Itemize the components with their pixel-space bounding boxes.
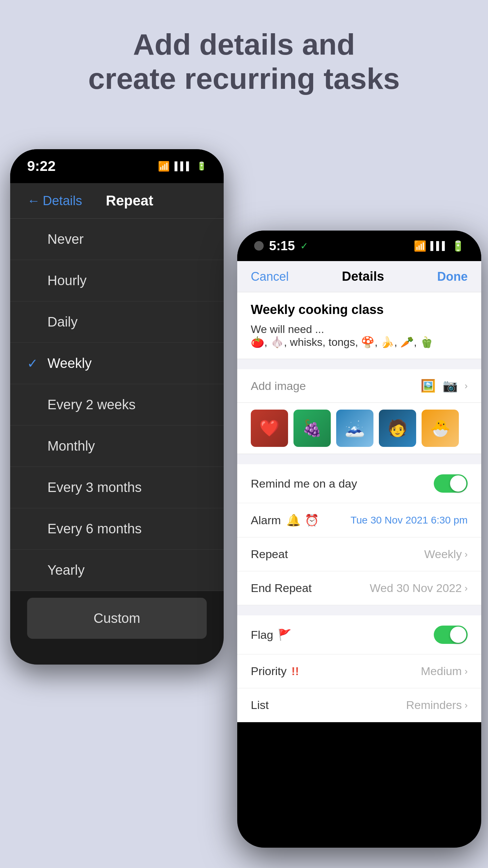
phone2-status-bar: 5:15 ✓ 📶 ▌▌▌ 🔋 <box>237 231 481 261</box>
repeat-never-label: Never <box>47 232 84 247</box>
task-title: Weekly cooking class <box>251 302 468 317</box>
flag-row[interactable]: Flag 🚩 <box>237 615 481 654</box>
back-arrow-icon: ← <box>27 194 40 208</box>
list-row[interactable]: List Reminders › <box>237 688 481 722</box>
thumbnail-grapes[interactable]: 🍇 <box>293 410 331 447</box>
done-button[interactable]: Done <box>437 270 468 284</box>
signal-icon: ▌▌▌ <box>175 161 192 171</box>
end-repeat-value: Wed 30 Nov 2022 › <box>370 581 468 595</box>
section-divider-3 <box>237 605 481 615</box>
image-thumbnails: ❤️ 🍇 🗻 🧑 🐣 <box>237 403 481 454</box>
flag-icon: 🚩 <box>278 628 291 641</box>
alarm-value: Tue 30 Nov 2021 6:30 pm <box>350 514 468 526</box>
battery-icon: 🔋 <box>197 161 207 171</box>
back-button[interactable]: ← Details <box>27 194 82 208</box>
verified-icon: ✓ <box>300 240 308 252</box>
list-value: Reminders › <box>406 698 468 712</box>
list-value-text: Reminders <box>406 698 462 712</box>
repeat-every6months-label: Every 6 months <box>47 521 142 536</box>
repeat-value-text: Weekly <box>424 548 462 561</box>
priority-value-text: Medium <box>421 665 462 678</box>
task-description: We will need ...🍅, 🧄, whisks, tongs, 🍄, … <box>251 323 468 349</box>
remind-label: Remind me on a day <box>251 477 357 490</box>
repeat-title: Repeat <box>106 193 153 209</box>
details-navbar: Cancel Details Done <box>237 261 481 292</box>
front-camera-icon <box>254 241 264 251</box>
flag-toggle-knob <box>450 627 466 643</box>
repeat-weekly-label: Weekly <box>47 356 92 371</box>
back-label: Details <box>43 194 82 208</box>
alarm-label: Alarm <box>251 514 281 527</box>
phone1-time: 9:22 <box>27 158 56 174</box>
add-image-row[interactable]: Add image 🖼️ 📷 › <box>237 369 481 403</box>
repeat-every3months-label: Every 3 months <box>47 480 142 495</box>
repeat-item-hourly[interactable]: Hourly <box>10 260 224 301</box>
camera-icon[interactable]: 📷 <box>443 379 458 393</box>
bell-icon: 🔔 <box>286 513 301 527</box>
end-repeat-row[interactable]: End Repeat Wed 30 Nov 2022 › <box>237 571 481 605</box>
custom-label: Custom <box>94 611 140 626</box>
phone1-status-bar: 9:22 📶 ▌▌▌ 🔋 <box>10 149 224 183</box>
alarm-left: Alarm 🔔 ⏰ <box>251 513 319 527</box>
add-image-label: Add image <box>251 379 306 393</box>
toggle-knob <box>450 475 466 492</box>
wifi2-icon: 📶 <box>414 240 426 252</box>
gallery-icon[interactable]: 🖼️ <box>421 379 436 393</box>
task-card[interactable]: Weekly cooking class We will need ...🍅, … <box>237 292 481 359</box>
chevron-right-icon: › <box>465 380 468 391</box>
exclamation-icon: !! <box>291 665 299 678</box>
battery2-icon: 🔋 <box>452 240 464 252</box>
repeat-item-every6months[interactable]: Every 6 months <box>10 508 224 550</box>
end-repeat-label: End Repeat <box>251 581 312 595</box>
custom-button[interactable]: Custom <box>27 598 207 639</box>
thumbnail-heart[interactable]: ❤️ <box>251 410 288 447</box>
repeat-item-never[interactable]: Never <box>10 219 224 260</box>
section-divider-2 <box>237 454 481 464</box>
repeat-yearly-label: Yearly <box>47 563 85 578</box>
priority-row[interactable]: Priority !! Medium › <box>237 654 481 688</box>
signal2-icon: ▌▌▌ <box>430 241 448 251</box>
details-nav-title: Details <box>342 269 384 284</box>
alarm-clock-icon: ⏰ <box>305 513 319 527</box>
thumbnail-person[interactable]: 🧑 <box>379 410 416 447</box>
priority-value: Medium › <box>421 665 468 678</box>
repeat-row[interactable]: Repeat Weekly › <box>237 537 481 571</box>
end-repeat-value-text: Wed 30 Nov 2022 <box>370 581 462 595</box>
thumbnail-chicks[interactable]: 🐣 <box>422 410 459 447</box>
repeat-every2weeks-label: Every 2 weeks <box>47 397 136 412</box>
headline-line2: create recurring tasks <box>0 61 488 96</box>
repeat-item-daily[interactable]: Daily <box>10 301 224 343</box>
repeat-daily-label: Daily <box>47 314 78 330</box>
repeat-list: Never Hourly Daily ✓ Weekly Every 2 week… <box>10 219 224 591</box>
repeat-label: Repeat <box>251 548 288 561</box>
priority-chevron-icon: › <box>465 666 468 677</box>
thumbnail-mountain[interactable]: 🗻 <box>336 410 373 447</box>
repeat-item-every2weeks[interactable]: Every 2 weeks <box>10 384 224 426</box>
repeat-item-monthly[interactable]: Monthly <box>10 426 224 467</box>
phone2-device: 5:15 ✓ 📶 ▌▌▌ 🔋 Cancel Details Done Weekl… <box>237 231 481 848</box>
repeat-item-weekly[interactable]: ✓ Weekly <box>10 343 224 384</box>
repeat-monthly-label: Monthly <box>47 438 95 454</box>
headline-line1: Add details and <box>0 27 488 61</box>
add-image-icons: 🖼️ 📷 › <box>421 379 468 393</box>
list-chevron-icon: › <box>465 700 468 711</box>
headline: Add details and create recurring tasks <box>0 0 488 96</box>
priority-left: Priority !! <box>251 665 299 678</box>
flag-label: Flag <box>251 628 273 642</box>
remind-row[interactable]: Remind me on a day <box>237 464 481 503</box>
list-label: List <box>251 698 269 712</box>
repeat-hourly-label: Hourly <box>47 273 87 288</box>
alarm-icons: 🔔 ⏰ <box>286 513 319 527</box>
remind-toggle[interactable] <box>434 474 468 493</box>
phone1-status-icons: 📶 ▌▌▌ 🔋 <box>158 161 207 172</box>
alarm-row[interactable]: Alarm 🔔 ⏰ Tue 30 Nov 2021 6:30 pm <box>237 503 481 537</box>
flag-toggle[interactable] <box>434 626 468 644</box>
phone2-time: 5:15 <box>269 239 295 253</box>
repeat-item-yearly[interactable]: Yearly <box>10 550 224 591</box>
repeat-item-every3months[interactable]: Every 3 months <box>10 467 224 508</box>
cancel-button[interactable]: Cancel <box>251 270 289 284</box>
end-repeat-chevron-icon: › <box>465 583 468 594</box>
wifi-icon: 📶 <box>158 161 170 172</box>
check-icon: ✓ <box>27 356 41 371</box>
phone1-navbar: ← Details Repeat <box>10 183 224 219</box>
